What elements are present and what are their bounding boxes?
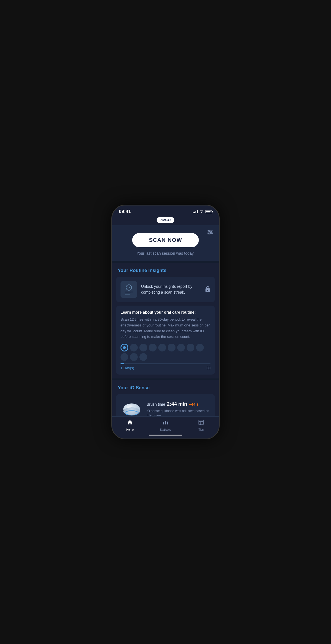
- statistics-icon: [162, 419, 169, 427]
- brush-time-label: Brush time: [147, 402, 165, 407]
- brush-description: iO sense guidance was adjusted based on …: [147, 409, 210, 416]
- svg-point-4: [210, 232, 212, 233]
- tips-icon: [198, 419, 204, 427]
- tab-tips[interactable]: Tips: [183, 419, 219, 431]
- lock-icon: [205, 286, 210, 294]
- progress-labels: 1 Day(s) 30: [121, 366, 210, 370]
- svg-point-3: [209, 230, 210, 232]
- home-indicator-bar: [149, 435, 182, 436]
- oral-b-logo-text: Oral·B: [161, 218, 170, 222]
- scan-now-button[interactable]: SCAN NOW: [132, 233, 199, 247]
- status-time: 09:41: [119, 209, 131, 214]
- settings-icon[interactable]: [207, 230, 213, 236]
- tab-home[interactable]: Home: [112, 419, 148, 431]
- svg-rect-12: [163, 422, 164, 424]
- wifi-icon: [199, 209, 204, 214]
- tab-statistics-label: Statistics: [160, 428, 171, 431]
- last-scan-text: Your last scan session was today.: [137, 251, 195, 256]
- brush-time-row: Brush time 2:44 min +44 s: [147, 401, 210, 407]
- io-sense-title: Your iO Sense: [112, 380, 219, 394]
- io-device-image: [121, 398, 143, 416]
- battery-icon: [205, 210, 212, 213]
- io-sense-section: Your iO Sense: [112, 380, 219, 416]
- home-icon: [127, 419, 133, 427]
- svg-rect-14: [167, 422, 168, 424]
- tab-statistics[interactable]: Statistics: [148, 419, 183, 431]
- insights-icon: [121, 281, 137, 298]
- brush-time-value: 2:44 min: [167, 401, 187, 407]
- learn-card-body: Scan 12 times within a 30-day period, to…: [121, 317, 210, 340]
- learn-card-title: Learn more about your oral care routine:: [121, 310, 210, 314]
- progress-dot-7: [177, 344, 185, 351]
- progress-dot-5: [158, 344, 166, 351]
- tab-tips-label: Tips: [199, 428, 204, 431]
- progress-dot-12: [139, 353, 147, 361]
- progress-dot-11: [130, 353, 138, 361]
- progress-label-min: 1 Day(s): [121, 366, 134, 370]
- io-info: Brush time 2:44 min +44 s iO sense guida…: [147, 401, 210, 416]
- top-logo-area: Oral·B: [112, 216, 219, 225]
- tab-home-label: Home: [126, 428, 134, 431]
- progress-dot-8: [187, 344, 194, 351]
- oral-b-logo-pill: Oral·B: [157, 217, 174, 223]
- status-bar: 09:41: [112, 205, 219, 216]
- progress-bar: [121, 363, 210, 364]
- tab-bar: Home Statistics Tips: [112, 416, 219, 433]
- svg-point-5: [209, 233, 210, 234]
- progress-dot-4: [149, 344, 157, 351]
- io-sense-card[interactable]: Brush time 2:44 min +44 s iO sense guida…: [116, 394, 215, 416]
- home-indicator: [112, 433, 219, 439]
- learn-more-card: Learn more about your oral care routine:…: [116, 306, 215, 375]
- svg-rect-13: [165, 421, 166, 425]
- insights-locked-card[interactable]: Unlock your insights report by completin…: [116, 277, 215, 302]
- phone-frame: 09:41 Oral·B: [111, 205, 220, 439]
- progress-dot-10: [121, 353, 128, 361]
- brush-time-extra: +44 s: [189, 402, 199, 407]
- scan-section: SCAN NOW Your last scan session was toda…: [112, 225, 219, 261]
- progress-label-max: 30: [207, 366, 210, 370]
- progress-dot-3: [139, 344, 147, 351]
- progress-dot-9: [196, 344, 204, 351]
- progress-bar-fill: [121, 363, 124, 364]
- progress-dot-6: [168, 344, 175, 351]
- routine-insights-section: Your Routine Insights Unlock your insigh…: [112, 263, 219, 375]
- svg-point-7: [207, 290, 208, 291]
- progress-dot-1: [121, 344, 128, 351]
- status-icons: [193, 209, 212, 214]
- scroll-content[interactable]: Oral·B SCAN NOW Your last scan se: [112, 216, 219, 416]
- routine-insights-title: Your Routine Insights: [112, 263, 219, 277]
- insights-card-text: Unlock your insights report by completin…: [141, 284, 201, 295]
- signal-icon: [193, 210, 198, 213]
- svg-rect-15: [199, 420, 204, 425]
- progress-dots: [121, 344, 210, 361]
- progress-dot-2: [130, 344, 138, 351]
